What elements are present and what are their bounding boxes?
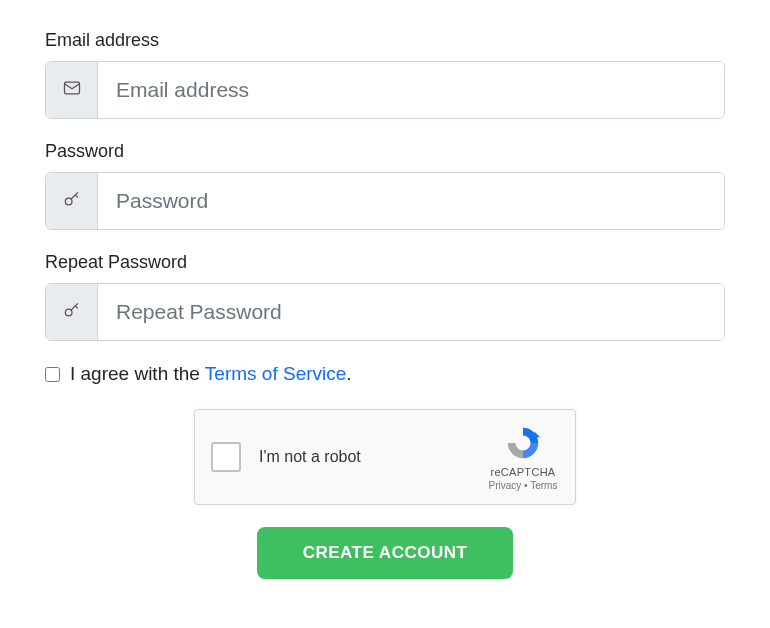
password-group: Password [45,141,725,230]
terms-row: I agree with the Terms of Service. [45,363,725,385]
recaptcha-brand: reCAPTCHA [483,466,563,478]
email-input-row [45,61,725,119]
recaptcha-logo-icon [504,424,542,462]
key-icon [62,300,82,324]
recaptcha-box: I'm not a robot reCAPTCHA Privacy • Term… [194,409,576,505]
svg-marker-3 [534,431,540,437]
repeat-password-label: Repeat Password [45,252,725,273]
password-label: Password [45,141,725,162]
create-account-button[interactable]: CREATE ACCOUNT [257,527,514,579]
terms-checkbox[interactable] [45,367,60,382]
envelope-icon [62,78,82,102]
recaptcha-checkbox[interactable] [211,442,241,472]
terms-link[interactable]: Terms of Service [205,363,346,384]
svg-point-2 [65,309,72,316]
submit-wrap: CREATE ACCOUNT [45,527,725,579]
email-label: Email address [45,30,725,51]
svg-point-1 [65,198,72,205]
recaptcha-right: reCAPTCHA Privacy • Terms [483,424,563,491]
repeat-password-addon [46,284,98,340]
terms-prefix: I agree with the [70,363,205,384]
password-input-row [45,172,725,230]
recaptcha-label: I'm not a robot [259,448,483,466]
repeat-password-input[interactable] [98,284,724,340]
signup-form: Email address Password Repeat Password [45,30,725,579]
recaptcha-links[interactable]: Privacy • Terms [483,480,563,491]
repeat-password-group: Repeat Password [45,252,725,341]
password-input[interactable] [98,173,724,229]
terms-text: I agree with the Terms of Service. [70,363,352,385]
repeat-password-input-row [45,283,725,341]
recaptcha-wrap: I'm not a robot reCAPTCHA Privacy • Term… [45,409,725,505]
terms-suffix: . [346,363,351,384]
password-addon [46,173,98,229]
email-group: Email address [45,30,725,119]
email-addon [46,62,98,118]
email-input[interactable] [98,62,724,118]
key-icon [62,189,82,213]
svg-rect-0 [64,82,79,94]
